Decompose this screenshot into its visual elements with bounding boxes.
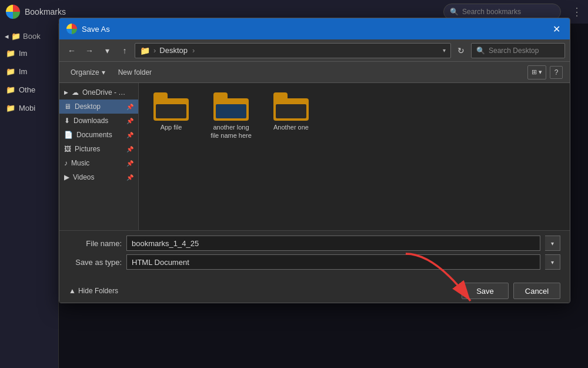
sidebar-item-0[interactable]: 📁 Im — [0, 44, 58, 62]
nav-item-pictures[interactable]: 🖼 Pictures 📌 — [59, 142, 138, 156]
onedrive-group-header[interactable]: ▶ ☁ OneDrive - Pers... — [59, 85, 138, 100]
folder-icon-2: 📁 — [6, 85, 15, 94]
sidebar-item-3[interactable]: 📁 Mobi — [0, 99, 58, 117]
save-type-label: Save as type: — [69, 258, 122, 267]
dialog-logo-icon — [66, 24, 77, 34]
downloads-icon: ⬇ — [64, 117, 70, 125]
file-label-1: another long file name here — [208, 123, 254, 140]
pin-icon-downloads: 📌 — [126, 118, 133, 124]
folder-icon-3: 📁 — [6, 104, 15, 112]
up-button[interactable]: ↑ — [117, 43, 132, 58]
help-button[interactable]: ? — [550, 66, 563, 79]
file-label-0: App file — [161, 123, 182, 131]
view-arrow-icon: ▾ — [539, 68, 542, 76]
view-icon: ⊞ — [532, 68, 537, 76]
folder-thumbnail-0 — [156, 104, 186, 118]
save-button[interactable]: Save — [462, 283, 509, 299]
save-type-dropdown-button[interactable]: ▾ — [545, 254, 560, 270]
music-icon: ♪ — [64, 159, 68, 167]
folder-body-1 — [213, 98, 249, 121]
sidebar-item-2[interactable]: 📁 Othe — [0, 81, 58, 99]
nav-item-documents[interactable]: 📄 Documents 📌 — [59, 128, 138, 142]
folder-thumbnail-1 — [216, 104, 246, 118]
dialog-search-bar[interactable]: 🔍 Search Desktop — [471, 43, 565, 58]
pin-icon-desktop: 📌 — [126, 104, 133, 110]
dialog-search-placeholder: Search Desktop — [489, 47, 539, 55]
hide-folders-arrow-icon: ▲ — [69, 287, 76, 295]
dialog-footer: ▲ Hide Folders Save Cancel — [59, 278, 570, 303]
onedrive-label: OneDrive - Pers... — [82, 88, 129, 97]
folder-icon-wrapper-0 — [153, 92, 189, 121]
nav-music-label: Music — [71, 159, 89, 167]
dialog-search-icon: 🔍 — [476, 47, 485, 55]
dialog-title: Save As — [82, 25, 545, 34]
sidebar-item-label-1: Im — [19, 67, 27, 76]
desktop-icon: 🖥 — [64, 102, 71, 111]
sidebar-bookmarks-label: Book — [23, 32, 41, 41]
sidebar: ◂ 📁 Book 📁 Im 📁 Im 📁 Othe 📁 Mobi — [0, 24, 59, 368]
folder-icon-1: 📁 — [6, 67, 15, 76]
pictures-icon: 🖼 — [64, 145, 71, 153]
pin-icon-documents: 📌 — [126, 132, 133, 138]
nav-pictures-label: Pictures — [75, 145, 100, 153]
dialog-actionbar: Organize ▾ New folder ⊞ ▾ ? — [59, 62, 570, 83]
folder-icon: 📁 — [11, 32, 21, 41]
dropdown-button[interactable]: ▾ — [99, 43, 115, 58]
nav-item-desktop[interactable]: 🖥 Desktop 📌 — [59, 100, 138, 114]
sidebar-item-label-3: Mobi — [19, 104, 35, 112]
file-name-input[interactable] — [126, 236, 540, 251]
address-bar[interactable]: 📁 › Desktop › ▾ — [135, 43, 451, 58]
save-type-row: Save as type: HTML Document Text File Al… — [69, 254, 560, 270]
nav-desktop-label: Desktop — [75, 102, 101, 111]
browser-logo-icon — [6, 5, 20, 19]
file-item-1[interactable]: another long file name here — [205, 89, 258, 144]
file-item-2[interactable]: Another one — [265, 89, 318, 144]
view-button[interactable]: ⊞ ▾ — [527, 65, 546, 79]
folder-body-2 — [273, 98, 309, 121]
pin-icon-videos: 📌 — [126, 174, 133, 181]
dialog-toolbar: ← → ▾ ↑ 📁 › Desktop › ▾ ↻ 🔍 Search Deskt… — [59, 39, 570, 62]
file-name-dropdown-button[interactable]: ▾ — [545, 236, 560, 251]
file-name-row: File name: ▾ — [69, 236, 560, 251]
organize-arrow-icon: ▾ — [102, 68, 105, 77]
folder-icon-wrapper-2 — [273, 92, 309, 121]
sidebar-top-controls[interactable]: ◂ 📁 Book — [0, 28, 58, 44]
dialog-action-buttons: Save Cancel — [462, 283, 560, 299]
nav-item-downloads[interactable]: ⬇ Downloads 📌 — [59, 114, 138, 128]
sidebar-item-label-0: Im — [19, 49, 27, 58]
new-folder-button[interactable]: New folder — [114, 65, 156, 79]
save-as-dialog: Save As ✕ ← → ▾ ↑ 📁 › Desktop › ▾ ↻ 🔍 Se… — [59, 18, 570, 303]
forward-button[interactable]: → — [82, 43, 97, 58]
dialog-close-button[interactable]: ✕ — [550, 22, 563, 35]
address-dropdown-button[interactable]: ▾ — [443, 47, 446, 54]
browser-search-placeholder: Search bookmarks — [462, 8, 521, 16]
address-separator2: › — [192, 46, 195, 55]
address-path: Desktop — [159, 46, 188, 55]
nav-downloads-label: Downloads — [74, 117, 108, 125]
file-item-0[interactable]: App file — [145, 89, 198, 144]
videos-icon: ▶ — [64, 173, 69, 181]
pin-icon-pictures: 📌 — [126, 146, 133, 152]
chevron-left-icon[interactable]: ◂ — [5, 32, 9, 41]
save-type-select[interactable]: HTML Document Text File All Files — [126, 254, 540, 270]
hide-folders-button[interactable]: ▲ Hide Folders — [69, 287, 118, 295]
refresh-button[interactable]: ↻ — [453, 43, 469, 58]
nav-item-music[interactable]: ♪ Music 📌 — [59, 156, 138, 170]
nav-videos-label: Videos — [73, 173, 94, 181]
sidebar-item-1[interactable]: 📁 Im — [0, 62, 58, 81]
cancel-button[interactable]: Cancel — [513, 283, 560, 299]
browser-menu-icon[interactable]: ⋮ — [572, 5, 582, 18]
file-name-label: File name: — [69, 239, 122, 248]
files-area: App file another long file name here — [139, 83, 570, 230]
pin-icon-music: 📌 — [126, 160, 133, 167]
back-button[interactable]: ← — [64, 43, 79, 58]
nav-item-videos[interactable]: ▶ Videos 📌 — [59, 170, 138, 184]
organize-button[interactable]: Organize ▾ — [66, 65, 109, 79]
dialog-titlebar: Save As ✕ — [59, 18, 570, 39]
address-separator: › — [153, 46, 156, 55]
hide-folders-label: Hide Folders — [78, 287, 118, 295]
dialog-nav-panel: ▶ ☁ OneDrive - Pers... 🖥 Desktop 📌 ⬇ Dow… — [59, 83, 139, 230]
dialog-bottom: File name: ▾ Save as type: HTML Document… — [59, 230, 570, 278]
expand-icon: ▶ — [64, 89, 68, 95]
address-folder-icon: 📁 — [140, 46, 150, 55]
